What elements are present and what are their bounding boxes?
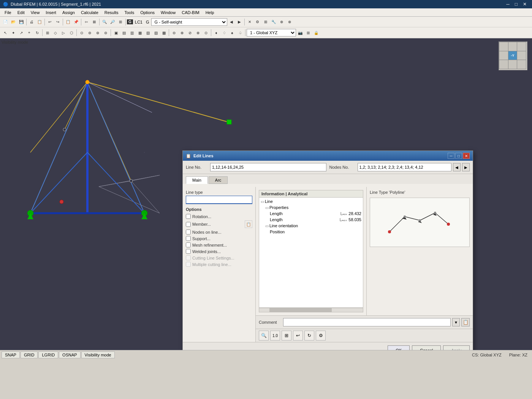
menu-item-cad-bim[interactable]: CAD-BIM (179, 10, 202, 16)
tb2-16[interactable]: ▥ (128, 28, 136, 37)
tb2-view-btn[interactable]: 📷 (296, 28, 304, 37)
comment-input[interactable] (283, 318, 451, 326)
tb-nav-left[interactable]: ◀ (228, 18, 235, 26)
tree-line-item[interactable]: ▭ Line (259, 198, 363, 204)
tb-misc1[interactable]: ✕ (246, 18, 253, 26)
support-label[interactable]: Support... (192, 236, 211, 241)
tb-zoom-out[interactable]: 🔎 (109, 18, 116, 26)
mesh-refinement-checkbox[interactable] (186, 242, 191, 247)
line-type-input[interactable] (186, 196, 252, 204)
tb-copy[interactable]: 📋 (64, 18, 72, 26)
welded-joints-checkbox[interactable] (186, 249, 191, 254)
tb-misc2[interactable]: ⚙ (254, 18, 261, 26)
tb2-1[interactable]: ↖ (2, 28, 9, 37)
tb-select[interactable]: ⇦ (82, 18, 90, 26)
tb2-9[interactable]: ⬡ (68, 28, 75, 37)
tb2-29[interactable]: ♤ (236, 28, 244, 37)
menu-item-window[interactable]: Window (158, 10, 179, 16)
rotation-checkbox[interactable] (186, 214, 191, 219)
apply-button[interactable]: Apply (443, 345, 470, 350)
tb2-6[interactable]: ⊞ (44, 28, 51, 37)
h-scrollbar[interactable] (259, 308, 363, 312)
compass-cell-bl[interactable] (499, 60, 508, 69)
maximize-button[interactable]: □ (513, 0, 520, 8)
tb2-14[interactable]: ▣ (112, 28, 120, 37)
cutting-settings-label[interactable]: Cutting Line Settings... (192, 256, 234, 260)
tb2-28[interactable]: ♠ (228, 28, 236, 37)
tb-zoom-all[interactable]: ⊞ (117, 18, 124, 26)
rotation-label[interactable]: Rotation... (192, 214, 211, 219)
cutting-settings-checkbox[interactable] (186, 255, 191, 260)
tb-misc3[interactable]: ⊞ (262, 18, 269, 26)
tb-redo[interactable]: ↪ (54, 18, 62, 26)
compass-cell-tc[interactable] (508, 42, 517, 51)
dlg-tool-number[interactable]: 1.0 (270, 331, 280, 340)
comment-dropdown-btn[interactable]: ▼ (452, 318, 460, 326)
tb2-view-dropdown[interactable]: 1 - Global XYZ (247, 29, 296, 36)
member-checkbox[interactable] (186, 222, 191, 227)
nodes-on-line-label[interactable]: Nodes on line... (192, 230, 221, 234)
status-visibility-mode[interactable]: Visibility mode (81, 352, 115, 358)
status-lgrid[interactable]: LGRID (38, 352, 58, 358)
dlg-tool-search[interactable]: 🔍 (259, 331, 269, 340)
tb2-15[interactable]: ▤ (120, 28, 128, 37)
nodes-on-line-checkbox[interactable] (186, 230, 191, 234)
dlg-tool-undo[interactable]: ↩ (293, 331, 303, 340)
close-button[interactable]: ✕ (521, 0, 529, 8)
tb2-7[interactable]: ◇ (52, 28, 59, 37)
tb2-4[interactable]: ⌖ (25, 28, 33, 37)
menu-item-assign[interactable]: Assign (59, 10, 78, 16)
menu-item-file[interactable]: File (2, 10, 14, 16)
ok-button[interactable]: OK (388, 345, 410, 350)
tb-lc-dropdown[interactable]: G - Self-weight (151, 18, 227, 26)
tb2-25[interactable]: ⊙ (202, 28, 210, 37)
tb2-12[interactable]: ⊛ (94, 28, 101, 37)
nodes-nav-back[interactable]: ◀ (453, 163, 461, 171)
tb-nav-right[interactable]: ▶ (236, 18, 243, 26)
tb2-10[interactable]: ⊙ (78, 28, 86, 37)
h-scrollbar-thumb[interactable] (269, 308, 332, 312)
tb2-17[interactable]: ▦ (136, 28, 144, 37)
tree-properties-item[interactable]: ▭ Properties (259, 204, 363, 211)
member-icon-button[interactable]: 📋 (245, 220, 252, 228)
compass-cell-br[interactable] (517, 60, 526, 69)
tb2-27[interactable]: ♢ (220, 28, 228, 37)
status-grid[interactable]: GRID (21, 352, 38, 358)
comment-copy-btn[interactable]: 📋 (461, 318, 470, 326)
line-no-input[interactable] (210, 163, 326, 171)
tb2-8[interactable]: ▷ (60, 28, 67, 37)
tb-misc4[interactable]: 🔧 (270, 18, 277, 26)
tb-paste[interactable]: 📌 (72, 18, 80, 26)
member-label[interactable]: Member... (192, 222, 211, 226)
line-orientation-item[interactable]: ▭ Line orientation (259, 223, 363, 229)
nodes-nav-forward[interactable]: ▶ (462, 163, 470, 171)
support-checkbox[interactable] (186, 236, 191, 241)
menu-item-help[interactable]: Help (203, 10, 217, 16)
tb2-11[interactable]: ⊚ (86, 28, 93, 37)
tb2-18[interactable]: ▧ (144, 28, 152, 37)
menu-item-tools[interactable]: Tools (121, 10, 137, 16)
tb2-19[interactable]: ▨ (152, 28, 160, 37)
minimize-button[interactable]: ─ (504, 0, 512, 8)
dialog-close-button[interactable]: ✕ (463, 153, 470, 159)
compass-cell-ml[interactable] (499, 51, 508, 60)
menu-item-insert[interactable]: Insert (43, 10, 59, 16)
compass-cell-tl[interactable] (499, 42, 508, 51)
tb-deselect[interactable]: ⊠ (90, 18, 98, 26)
tb2-24[interactable]: ⊗ (194, 28, 202, 37)
compass-cell-mr[interactable] (517, 51, 526, 60)
tb2-2[interactable]: ✦ (10, 28, 17, 37)
welded-joints-label[interactable]: Welded joints... (192, 249, 221, 254)
menu-item-results[interactable]: Results (101, 10, 122, 16)
status-snap[interactable]: SNAP (2, 352, 20, 358)
compass-widget[interactable]: -Y (499, 41, 527, 70)
dlg-tool-redo[interactable]: ↻ (304, 331, 314, 340)
tb-zoom-in[interactable]: 🔍 (101, 18, 108, 26)
tb2-5[interactable]: ↻ (33, 28, 41, 37)
tb2-23[interactable]: ⊘ (186, 28, 194, 37)
menu-item-view[interactable]: View (28, 10, 43, 16)
dialog-minimize-button[interactable]: ─ (448, 153, 454, 159)
dlg-tool-settings[interactable]: ⚙ (316, 331, 326, 340)
tb-misc5[interactable]: ⊕ (278, 18, 285, 26)
tb2-20[interactable]: ▩ (160, 28, 168, 37)
